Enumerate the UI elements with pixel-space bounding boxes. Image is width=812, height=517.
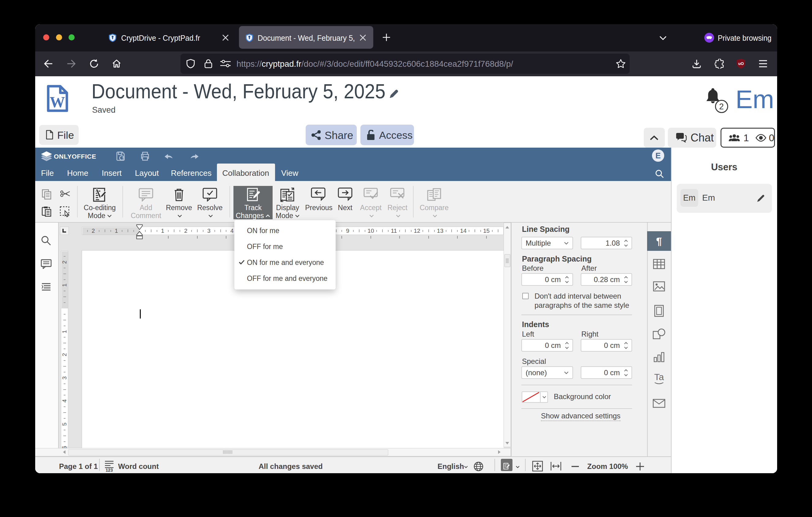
svg-text:Ta: Ta: [654, 373, 664, 382]
svg-text:123: 123: [106, 468, 113, 472]
svg-text:W: W: [50, 93, 65, 111]
svg-text:uO: uO: [738, 61, 744, 66]
